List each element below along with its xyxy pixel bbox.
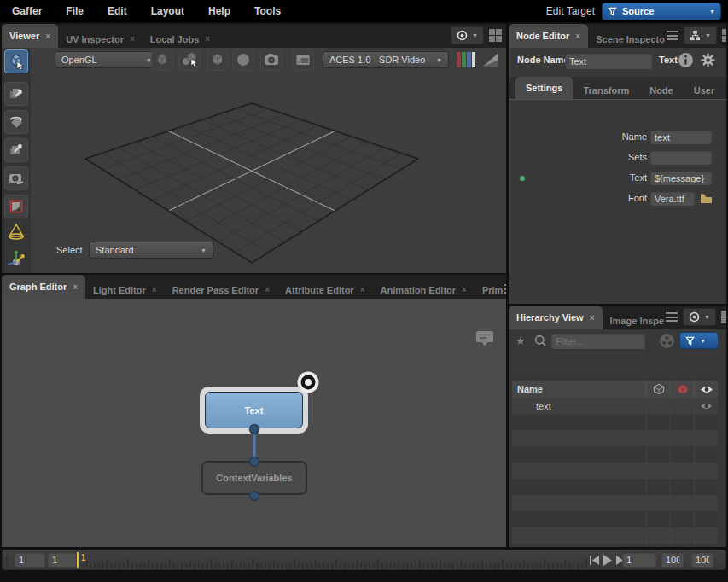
- graph-canvas[interactable]: Text ContextVariables: [2, 299, 506, 547]
- menu-help[interactable]: Help: [196, 5, 242, 17]
- close-icon[interactable]: ×: [45, 32, 50, 41]
- frame-range-start-field[interactable]: [15, 552, 45, 567]
- close-icon[interactable]: ×: [462, 285, 467, 294]
- transform-gizmo-tool-button[interactable]: [4, 246, 28, 270]
- viewer-panel: Viewer× UV Inspector× Local Jobs× ▼: [2, 24, 506, 273]
- layout-grid-icon[interactable]: [489, 29, 502, 42]
- tab-primitive-inspector[interactable]: Prim: [475, 281, 504, 299]
- shaded-sphere-button[interactable]: [232, 49, 254, 71]
- drag-handle[interactable]: [6, 556, 8, 564]
- menu-file[interactable]: File: [54, 5, 96, 17]
- skip-to-start-button[interactable]: [590, 556, 600, 565]
- display-transform-dropdown[interactable]: ACES 1.0 - SDR Video▼: [323, 51, 449, 68]
- gear-icon[interactable]: [700, 52, 716, 68]
- inclusions-column-header[interactable]: [646, 381, 670, 398]
- menu-gaffer[interactable]: Gaffer: [0, 5, 54, 17]
- frame-field[interactable]: [48, 552, 77, 567]
- rotate-tool-button[interactable]: [4, 110, 28, 134]
- solo-channel-button[interactable]: [457, 51, 476, 68]
- close-icon[interactable]: ×: [205, 34, 210, 44]
- pinning-dropdown[interactable]: ▼: [684, 26, 717, 44]
- edit-target-dropdown[interactable]: Source ▼: [602, 3, 721, 20]
- light-tool-button[interactable]: [4, 220, 28, 244]
- expansion-button[interactable]: [659, 333, 675, 349]
- close-icon[interactable]: ×: [590, 313, 595, 323]
- tab-list-icon[interactable]: [667, 31, 678, 40]
- camera-settings-button[interactable]: [260, 49, 282, 71]
- bookmark-star-icon[interactable]: ★: [515, 335, 526, 347]
- viewer-viewport[interactable]: OpenGL▼ ACES 1.0 - SDR Video▼ Sele: [2, 48, 506, 273]
- filter-input[interactable]: [551, 333, 645, 349]
- close-icon[interactable]: ×: [575, 32, 580, 41]
- tab-user[interactable]: User: [684, 82, 725, 99]
- name-column-header[interactable]: Name: [512, 384, 646, 394]
- info-icon[interactable]: [678, 52, 694, 68]
- layout-grid-icon[interactable]: [721, 311, 726, 323]
- node-name-input[interactable]: [565, 53, 652, 69]
- tab-local-jobs[interactable]: Local Jobs×: [143, 30, 218, 48]
- camera-tool-button[interactable]: [4, 166, 28, 190]
- current-frame-field[interactable]: [622, 552, 656, 567]
- end-frame-field[interactable]: [661, 552, 684, 567]
- renderer-dropdown[interactable]: OpenGL▼: [55, 51, 159, 68]
- focus-indicator[interactable]: [298, 372, 319, 393]
- field-name-input[interactable]: [650, 130, 712, 144]
- tab-node[interactable]: Node: [639, 82, 684, 99]
- image-overlay-button[interactable]: [292, 49, 314, 71]
- menu-edit[interactable]: Edit: [96, 5, 139, 17]
- field-sets-input[interactable]: [650, 150, 712, 165]
- tab-uv-inspector[interactable]: UV Inspector×: [58, 30, 143, 48]
- close-icon[interactable]: ×: [265, 285, 270, 294]
- row-visibility-toggle[interactable]: [694, 398, 718, 414]
- menu-layout[interactable]: Layout: [139, 5, 196, 17]
- tab-image-inspector[interactable]: Image Inspe: [603, 311, 667, 329]
- field-font-input[interactable]: [650, 191, 695, 206]
- close-icon[interactable]: ×: [360, 285, 365, 294]
- select-objects-button[interactable]: [178, 49, 201, 71]
- select-mode-dropdown[interactable]: Standard▼: [89, 242, 213, 259]
- exclusions-column-header[interactable]: [670, 381, 694, 398]
- exposure-gamma-button[interactable]: [482, 52, 499, 67]
- tab-graph-editor[interactable]: Graph Editor×: [2, 275, 85, 299]
- viewer-camera-dropdown[interactable]: ▼: [451, 26, 484, 44]
- timeline-ruler[interactable]: [86, 550, 588, 569]
- tab-list-icon[interactable]: [504, 284, 506, 294]
- wireframe-cube-button[interactable]: [207, 49, 229, 71]
- tab-attribute-editor[interactable]: Attribute Editor×: [277, 281, 373, 299]
- scene-filter-dropdown[interactable]: ▼: [679, 332, 719, 349]
- tab-light-editor[interactable]: Light Editor×: [85, 281, 165, 299]
- play-button[interactable]: [603, 555, 613, 566]
- crop-window-tool-button[interactable]: [4, 195, 28, 218]
- tab-settings[interactable]: Settings: [515, 77, 573, 99]
- visibility-column-header[interactable]: [694, 381, 718, 398]
- contextvariables-input-port[interactable]: [250, 457, 259, 467]
- tab-scene-inspector[interactable]: Scene Inspecto: [588, 30, 667, 48]
- plug-connected-dot[interactable]: [520, 176, 525, 181]
- folder-browse-icon[interactable]: [700, 193, 713, 204]
- menu-tools[interactable]: Tools: [242, 5, 293, 17]
- field-text-input[interactable]: [650, 171, 712, 185]
- text-node-output-port[interactable]: [250, 425, 259, 434]
- hierarchy-row-text[interactable]: text: [512, 398, 718, 414]
- tab-list-icon[interactable]: [666, 312, 678, 322]
- pinning-dropdown[interactable]: ▼: [683, 308, 716, 326]
- close-icon[interactable]: ×: [152, 285, 157, 294]
- shading-cube-button[interactable]: [151, 49, 173, 71]
- tab-transform[interactable]: Transform: [573, 82, 639, 99]
- tab-viewer[interactable]: Viewer×: [2, 24, 58, 48]
- close-icon[interactable]: ×: [73, 282, 78, 292]
- rgb-channels-icon: [457, 51, 476, 68]
- translate-tool-button[interactable]: [4, 82, 28, 106]
- scale-tool-button[interactable]: [4, 138, 28, 162]
- select-tool-button[interactable]: [4, 49, 28, 73]
- layout-grid-icon[interactable]: [722, 29, 726, 42]
- annotation-bubble-icon[interactable]: [475, 329, 495, 348]
- contextvariables-output-port[interactable]: [250, 492, 259, 501]
- tab-animation-editor[interactable]: Animation Editor×: [372, 281, 474, 299]
- tab-render-pass-editor[interactable]: Render Pass Editor×: [165, 281, 277, 299]
- playback-end-field[interactable]: [691, 552, 713, 567]
- tab-hierarchy-view[interactable]: Hierarchy View×: [509, 306, 603, 329]
- tab-node-editor[interactable]: Node Editor×: [509, 24, 588, 48]
- close-icon[interactable]: ×: [130, 34, 135, 44]
- playhead[interactable]: [77, 552, 79, 568]
